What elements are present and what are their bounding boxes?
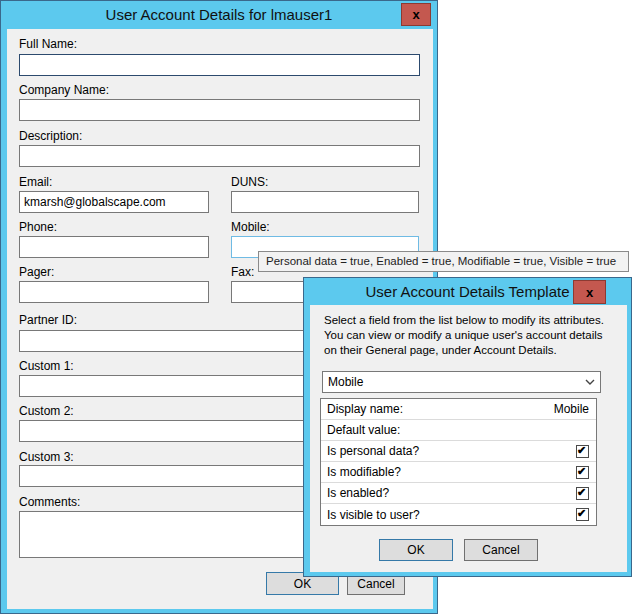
phone-label: Phone: [19,220,57,234]
template-dialog-title: User Account Details Template [366,283,570,300]
email-label: Email: [19,175,52,189]
attribute-label: Is personal data? [327,444,419,458]
attribute-label: Is enabled? [327,486,389,500]
template-intro-line-3: on their General page, under Account Det… [324,344,557,356]
attribute-row-is-modifiable: Is modifiable? [321,462,596,483]
attributes-tooltip: Personal data = true, Enabled = true, Mo… [258,251,629,272]
company-name-label: Company Name: [19,83,109,97]
is-modifiable-checkbox[interactable] [576,466,589,479]
main-dialog-title: User Account Details for lmauser1 [106,6,333,23]
company-name-input[interactable] [19,99,420,121]
chevron-down-icon [580,379,600,385]
is-personal-data-checkbox[interactable] [576,445,589,458]
main-dialog-titlebar[interactable]: User Account Details for lmauser1 [1,1,437,28]
template-intro-line-2: You can view or modify a unique user's a… [324,329,603,341]
close-icon: x [586,286,593,299]
mobile-label: Mobile: [231,220,270,234]
close-icon: x [412,8,419,21]
duns-input[interactable] [231,191,419,213]
duns-label: DUNS: [231,175,268,189]
template-ok-button[interactable]: OK [379,539,453,561]
attribute-label: Is modifiable? [327,465,401,479]
attribute-row-display-name: Display name: Mobile [321,399,596,420]
field-select[interactable]: Mobile [322,371,601,393]
template-intro-line-1: Select a field from the list below to mo… [324,314,604,326]
description-input[interactable] [19,145,420,167]
field-select-value: Mobile [323,375,580,389]
full-name-label: Full Name: [19,37,77,51]
pager-input[interactable] [19,281,209,303]
attribute-row-default-value: Default value: [321,420,596,441]
attribute-row-is-personal-data: Is personal data? [321,441,596,462]
attributes-table: Display name: Mobile Default value: Is p… [320,398,597,526]
custom-2-label: Custom 2: [19,404,74,418]
template-cancel-button[interactable]: Cancel [464,539,538,561]
comments-label: Comments: [19,495,80,509]
full-name-input[interactable] [19,54,420,76]
partner-id-label: Partner ID: [19,313,77,327]
desktop: User Account Details for lmauser1 x Full… [0,0,632,614]
main-close-button[interactable]: x [401,3,431,26]
template-close-button[interactable]: x [573,280,606,304]
phone-input[interactable] [19,236,209,258]
user-account-details-template-dialog: User Account Details Template x Select a… [303,277,632,577]
description-label: Description: [19,129,82,143]
is-enabled-checkbox[interactable] [576,487,589,500]
custom-1-label: Custom 1: [19,359,74,373]
email-input[interactable] [19,191,209,213]
custom-3-label: Custom 3: [19,450,74,464]
template-dialog-body: Select a field from the list below to mo… [310,305,627,572]
attribute-label: Display name: [327,402,403,416]
attribute-label: Default value: [327,423,400,437]
attribute-label: Is visible to user? [327,508,420,522]
attribute-row-is-enabled: Is enabled? [321,483,596,504]
attribute-value: Mobile [554,402,589,416]
is-visible-to-user-checkbox[interactable] [576,508,589,521]
fax-label: Fax: [231,265,254,279]
pager-label: Pager: [19,265,54,279]
attribute-row-is-visible-to-user: Is visible to user? [321,504,596,525]
